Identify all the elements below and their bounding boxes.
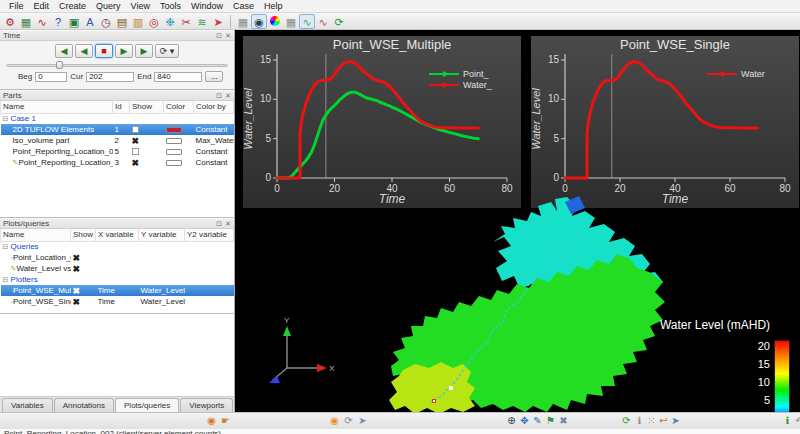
- step-back-button[interactable]: ◀: [75, 44, 93, 58]
- graphics-viewport[interactable]: 020406080051015Point_WSE_MultipleTimeWat…: [235, 30, 800, 412]
- loop-button[interactable]: ⟳ ▾: [155, 44, 179, 58]
- case-expander-icon[interactable]: ⊟: [3, 115, 9, 122]
- show-checkbox[interactable]: ✖: [132, 158, 140, 168]
- viewport-tool-icon[interactable]: ▣: [66, 15, 82, 30]
- menu-create[interactable]: Create: [54, 1, 91, 11]
- parts-panel-undock-icon[interactable]: ⊡: [216, 92, 222, 100]
- delete-tool-icon[interactable]: ✖: [557, 414, 570, 427]
- record-indicator-icon[interactable]: ◉: [205, 414, 218, 427]
- plots-col-name[interactable]: Name: [1, 229, 71, 241]
- clip-scissors-icon[interactable]: ✂: [178, 15, 194, 30]
- show-checkbox[interactable]: [132, 148, 139, 155]
- parts-col-id[interactable]: Id: [113, 101, 130, 113]
- menu-edit[interactable]: Edit: [29, 1, 55, 11]
- probe-magnifier-icon[interactable]: ◎: [146, 15, 162, 30]
- plot-row[interactable]: ▫Point_WSE_Multi...✖TimeWater_Level: [1, 285, 234, 296]
- time-more-button[interactable]: ...: [205, 71, 223, 82]
- show-checkbox[interactable]: [132, 126, 139, 133]
- book-icon[interactable]: ▤: [114, 15, 130, 30]
- plot-small-icon[interactable]: ∿: [315, 15, 331, 30]
- group-expander-icon[interactable]: ⊟: [3, 243, 9, 250]
- pick-hand-icon[interactable]: ☛: [219, 414, 232, 427]
- trace-arrow-icon[interactable]: ➤: [669, 414, 682, 427]
- step-begin-button[interactable]: ◀: [55, 44, 73, 58]
- legend-grid-icon[interactable]: ▦: [283, 15, 299, 30]
- color-palette-icon[interactable]: [267, 14, 283, 29]
- parts-col-name[interactable]: Name: [1, 101, 113, 113]
- plot-row[interactable]: ▫Point_Location_0...✖: [1, 252, 234, 263]
- parts-col-color[interactable]: Color: [164, 101, 194, 113]
- update-cycle-icon[interactable]: ⟳: [620, 414, 633, 427]
- line-tool-icon[interactable]: ✎: [531, 414, 544, 427]
- refresh-view-icon[interactable]: ⟳: [331, 15, 347, 30]
- part-row[interactable]: ✎Point_Reporting_Location_0023✖Constant: [1, 157, 234, 168]
- flag-tool-icon[interactable]: ⚑: [544, 414, 557, 427]
- menu-file[interactable]: File: [4, 1, 29, 11]
- tab-annotations[interactable]: Annotations: [54, 398, 114, 412]
- streamline-icon[interactable]: ≋: [194, 15, 210, 30]
- query-probe-icon[interactable]: ?: [50, 15, 66, 30]
- time-clock-icon[interactable]: ◷: [98, 15, 114, 30]
- time-panel-close-icon[interactable]: ✕: [225, 32, 231, 40]
- menu-help[interactable]: Help: [259, 1, 288, 11]
- parts-case-row[interactable]: ⊟ Case 1: [1, 113, 234, 124]
- part-row[interactable]: Iso_volume part2✖Max_Water_Level: [1, 135, 234, 146]
- part-color-swatch[interactable]: [166, 149, 182, 155]
- undo-icon[interactable]: ↶: [793, 414, 800, 427]
- group-expander-icon[interactable]: ⊟: [3, 276, 9, 283]
- plots-panel-undock-icon[interactable]: ⊡: [216, 220, 222, 228]
- pan-move-icon[interactable]: ✥: [518, 414, 531, 427]
- plot-tool-icon[interactable]: ∿: [34, 15, 50, 30]
- step-forward-button[interactable]: ▶: [115, 44, 133, 58]
- stop-button[interactable]: ■: [95, 44, 113, 58]
- part-color-swatch[interactable]: [166, 160, 182, 166]
- part-row[interactable]: 2D TUFLOW Elements1Constant: [1, 124, 234, 135]
- menu-window[interactable]: Window: [186, 1, 228, 11]
- parts-panel-close-icon[interactable]: ✕: [225, 92, 231, 100]
- tab-plots-queries[interactable]: Plots/queries: [115, 398, 179, 413]
- menu-tools[interactable]: Tools: [155, 1, 186, 11]
- selection-mode-icon[interactable]: ◉: [328, 414, 341, 427]
- tab-viewports[interactable]: Viewports: [180, 398, 233, 412]
- step-end-button[interactable]: ▶: [135, 44, 153, 58]
- parts-col-show[interactable]: Show: [130, 101, 164, 113]
- plot-row[interactable]: ✎Water_Level vs. T...✖: [1, 263, 234, 274]
- particle-trace-icon[interactable]: ➤: [210, 15, 226, 30]
- time-slider-handle[interactable]: [56, 61, 63, 69]
- cur-time-input[interactable]: [86, 72, 134, 82]
- plots-panel-close-icon[interactable]: ✕: [225, 220, 231, 228]
- plots-group-row[interactable]: ⊟ Queries: [1, 241, 234, 252]
- create-gears-icon[interactable]: ⚙: [2, 15, 18, 30]
- show-checkbox[interactable]: ✖: [73, 286, 81, 296]
- magic-pick-icon[interactable]: ➤: [356, 414, 369, 427]
- beg-time-input[interactable]: [35, 72, 67, 82]
- menu-view[interactable]: View: [126, 1, 155, 11]
- show-checkbox[interactable]: ✖: [132, 136, 140, 146]
- menu-case[interactable]: Case: [228, 1, 259, 11]
- plots-col-x-variable[interactable]: X variable: [96, 229, 139, 241]
- visibility-eye-icon[interactable]: ◉: [251, 14, 267, 29]
- zoom-in-icon[interactable]: ⊕: [505, 414, 518, 427]
- grid-tool-icon[interactable]: ▦: [235, 15, 251, 30]
- show-checkbox[interactable]: ✖: [73, 253, 81, 263]
- show-checkbox[interactable]: ✖: [73, 297, 81, 307]
- parts-col-color-by[interactable]: Color by: [194, 101, 234, 113]
- part-row[interactable]: Point_Reporting_Location_0015Constant: [1, 146, 234, 157]
- part-color-swatch[interactable]: [166, 127, 182, 133]
- time-slider[interactable]: [6, 61, 228, 69]
- plots-col-show[interactable]: Show: [71, 229, 96, 241]
- plots-col-y-variable[interactable]: Y variable: [139, 229, 185, 241]
- plot-visible-icon[interactable]: ∿: [299, 14, 315, 29]
- part-color-swatch[interactable]: [166, 138, 182, 144]
- show-checkbox[interactable]: ✖: [73, 264, 81, 274]
- toolbox-icon[interactable]: ▥: [130, 15, 146, 30]
- plot-row[interactable]: ▫Point_WSE_Single✖TimeWater_Level: [1, 296, 234, 307]
- menu-query[interactable]: Query: [91, 1, 126, 11]
- calculator-icon[interactable]: ▦: [18, 15, 34, 30]
- plots-col-y2-variable[interactable]: Y2 variable: [185, 229, 234, 241]
- annotation-tool-icon[interactable]: A: [82, 15, 98, 30]
- time-panel-undock-icon[interactable]: ⊡: [216, 32, 222, 40]
- end-time-input[interactable]: [154, 72, 202, 82]
- water-drops-icon[interactable]: ❉: [162, 15, 178, 30]
- tab-variables[interactable]: Variables: [2, 398, 53, 412]
